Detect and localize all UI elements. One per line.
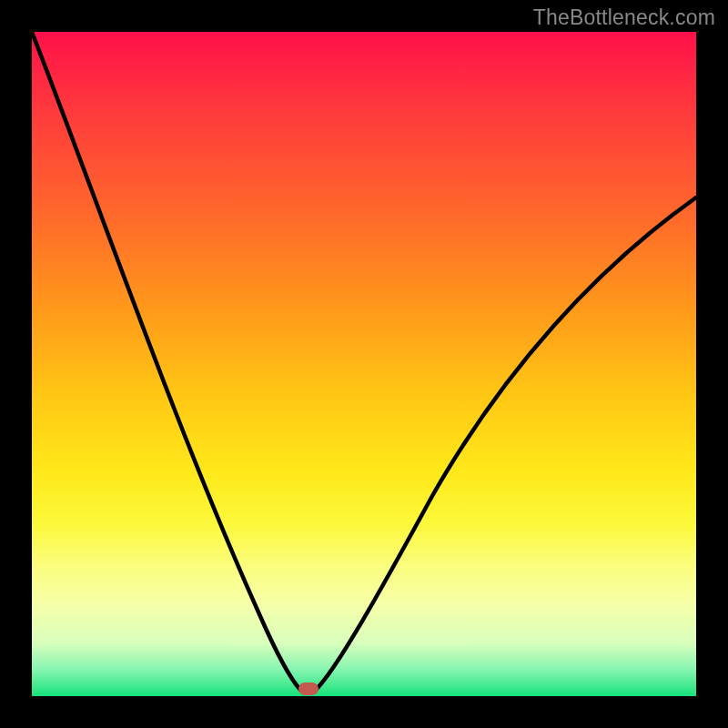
chart-container: TheBottleneck.com bbox=[0, 0, 728, 728]
chart-curve-svg bbox=[32, 32, 696, 696]
bottleneck-curve-path bbox=[32, 32, 696, 690]
optimal-point-marker bbox=[298, 682, 318, 695]
watermark-text: TheBottleneck.com bbox=[533, 5, 715, 30]
